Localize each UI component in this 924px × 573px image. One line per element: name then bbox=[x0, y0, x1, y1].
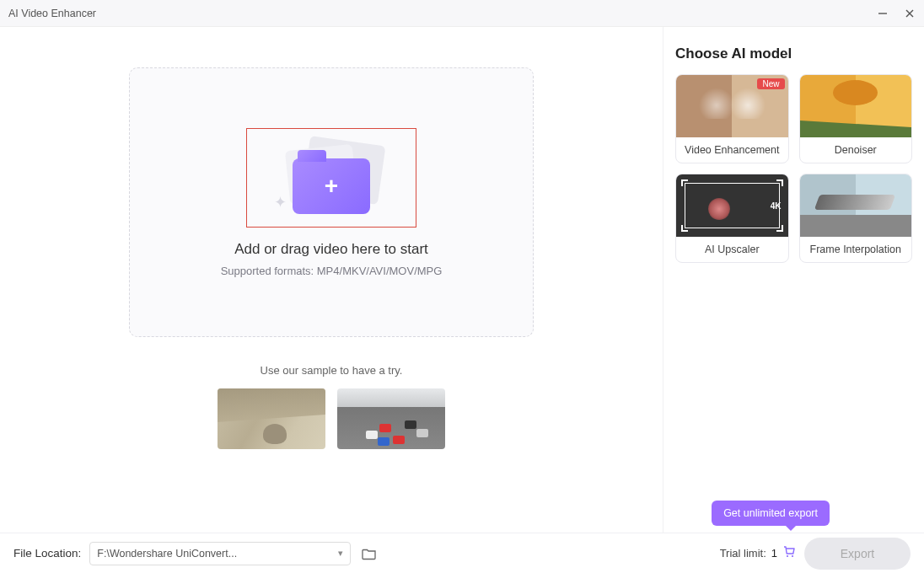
model-thumb: New bbox=[676, 75, 788, 137]
ai-model-sidebar: Choose AI model New Video Enhancement De… bbox=[663, 27, 924, 533]
footer-bar: File Location: F:\Wondershare UniConvert… bbox=[0, 533, 924, 573]
window-controls bbox=[877, 8, 916, 19]
window-title: AI Video Enhancer bbox=[8, 8, 96, 19]
model-label: AI Upscaler bbox=[676, 237, 788, 262]
trial-limit: Trial limit: 1 bbox=[720, 545, 796, 561]
trial-count: 1 bbox=[771, 547, 777, 560]
model-video-enhancement[interactable]: New Video Enhancement bbox=[675, 74, 789, 163]
open-folder-button[interactable] bbox=[359, 544, 379, 563]
model-thumb bbox=[800, 174, 912, 237]
upscaler-res-label: 4K bbox=[771, 201, 782, 211]
model-label: Frame Interpolation bbox=[800, 237, 912, 262]
titlebar: AI Video Enhancer bbox=[0, 0, 924, 27]
dropzone-headline: Add or drag video here to start bbox=[234, 241, 428, 258]
sidebar-title: Choose AI model bbox=[675, 46, 912, 62]
sample-row bbox=[218, 388, 445, 449]
dropzone-subline: Supported formats: MP4/MKV/AVI/MOV/MPG bbox=[221, 265, 443, 277]
export-button[interactable]: Export bbox=[804, 538, 911, 570]
svg-point-3 bbox=[787, 555, 788, 557]
model-ai-upscaler[interactable]: 4K AI Upscaler bbox=[675, 174, 789, 263]
trial-label: Trial limit: bbox=[720, 547, 766, 560]
model-denoiser[interactable]: Denoiser bbox=[799, 74, 913, 163]
model-frame-interpolation[interactable]: Frame Interpolation bbox=[799, 174, 913, 263]
folder-icon bbox=[362, 547, 377, 560]
file-location-select[interactable]: F:\Wondershare UniConvert... ▾ bbox=[89, 542, 351, 565]
cart-icon[interactable] bbox=[782, 545, 796, 561]
add-video-folder-icon[interactable]: + ✦ bbox=[272, 136, 390, 220]
model-label: Denoiser bbox=[800, 137, 912, 163]
chevron-down-icon: ▾ bbox=[338, 548, 343, 559]
model-thumb: 4K bbox=[676, 174, 788, 237]
model-label: Video Enhancement bbox=[676, 137, 788, 163]
file-location-value: F:\Wondershare UniConvert... bbox=[97, 548, 237, 560]
video-dropzone[interactable]: + ✦ Add or drag video here to start Supp… bbox=[129, 67, 534, 337]
add-video-icon-highlight: + ✦ bbox=[246, 128, 416, 228]
new-badge: New bbox=[757, 78, 784, 89]
plus-icon: + bbox=[325, 174, 338, 198]
samples-label: Use our sample to have a try. bbox=[261, 364, 403, 377]
sample-video-1[interactable] bbox=[218, 388, 325, 449]
close-button[interactable] bbox=[904, 8, 916, 19]
unlimited-export-tooltip[interactable]: Get unlimited export bbox=[712, 501, 830, 526]
sparkle-icon: ✦ bbox=[274, 193, 287, 212]
svg-point-4 bbox=[792, 555, 793, 557]
sample-video-2[interactable] bbox=[337, 388, 445, 449]
main-panel: + ✦ Add or drag video here to start Supp… bbox=[0, 27, 663, 533]
file-location-label: File Location: bbox=[13, 547, 81, 560]
model-thumb bbox=[800, 75, 912, 137]
minimize-button[interactable] bbox=[877, 8, 889, 19]
